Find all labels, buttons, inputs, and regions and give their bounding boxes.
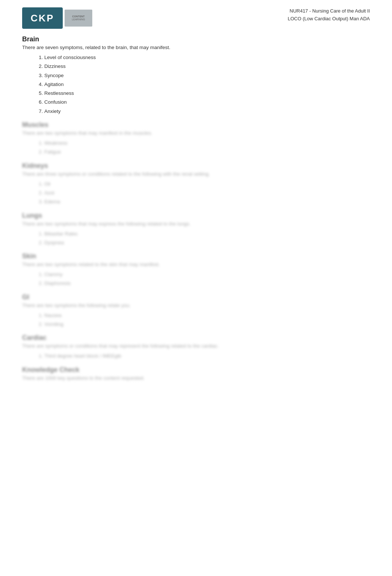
list-item: Anxiety [44, 107, 370, 116]
gi-section: GI There are two symptoms the following … [22, 293, 370, 329]
list-item: Agitation [44, 80, 370, 89]
list-item: Fatigue [44, 148, 370, 156]
knowledge-check-section: Knowledge Check There are 1000 key quest… [22, 366, 370, 381]
kidneys-section: Kidneys There are three symptoms or cond… [22, 162, 370, 207]
gi-description: There are two symptoms the following rel… [22, 303, 370, 308]
muscles-description: There are two symptoms that may manifest… [22, 130, 370, 136]
list-item: Dyspnea [44, 238, 370, 247]
kidneys-title: Kidneys [22, 162, 370, 170]
cardiac-section: Cardiac There are symptoms or conditions… [22, 334, 370, 361]
logo-area: CKP CONTENT LEARNING [22, 7, 63, 29]
list-item: Diaphoresis [44, 279, 370, 288]
list-item: Restlessness [44, 89, 370, 98]
lungs-description: There are two symptoms that may express … [22, 221, 370, 227]
list-item: Edema [44, 197, 370, 206]
lungs-title: Lungs [22, 212, 370, 220]
course-line1: NUR417 - Nursing Care of the Adult II [288, 7, 370, 15]
gi-symptoms-list: Nausea Vomiting [44, 311, 370, 329]
skin-section: Skin There are two symptoms related to t… [22, 252, 370, 288]
lungs-section: Lungs There are two symptoms that may ex… [22, 212, 370, 248]
brain-description: There are seven symptoms, related to the… [22, 45, 370, 50]
list-item: Third degree heart block / IMEEgib [44, 352, 370, 361]
brain-section: Brain There are seven symptoms, related … [22, 35, 370, 116]
page-header: CKP CONTENT LEARNING NUR417 - Nursing Ca… [22, 7, 370, 29]
muscles-section: Muscles There are two symptoms that may … [22, 121, 370, 157]
list-item: Weakness [44, 139, 370, 148]
skin-symptoms-list: Clammy Diaphoresis [44, 270, 370, 288]
knowledge-check-title: Knowledge Check [22, 366, 370, 374]
list-item: Vomiting [44, 320, 370, 329]
skin-description: There are two symptoms related to the sk… [22, 262, 370, 267]
list-item: Oli [44, 180, 370, 189]
list-item: Level of consciousness [44, 53, 370, 62]
list-item: Bibasilar Rales [44, 230, 370, 238]
cardiac-symptoms-list: Third degree heart block / IMEEgib [44, 352, 370, 361]
list-item: Azot [44, 189, 370, 197]
list-item: Clammy [44, 270, 370, 279]
muscles-title: Muscles [22, 121, 370, 129]
list-item: Nausea [44, 311, 370, 320]
list-item: Syncope [44, 71, 370, 80]
list-item: Dizziness [44, 62, 370, 71]
gi-title: GI [22, 293, 370, 301]
lungs-symptoms-list: Bibasilar Rales Dyspnea [44, 230, 370, 248]
brain-title: Brain [22, 35, 370, 43]
brain-symptoms-list: Level of consciousness Dizziness Syncope… [44, 53, 370, 116]
kidneys-symptoms-list: Oli Azot Edema [44, 180, 370, 207]
skin-title: Skin [22, 252, 370, 260]
knowledge-check-description: There are 1000 key questions to the cont… [22, 375, 370, 381]
course-line2: LOCO (Low Cardiac Output) Man ADA [288, 15, 370, 23]
cardiac-title: Cardiac [22, 334, 370, 342]
logo-text: CKP [31, 13, 54, 24]
cardiac-description: There are symptoms or conditions that ma… [22, 343, 370, 349]
muscles-symptoms-list: Weakness Fatigue [44, 139, 370, 157]
list-item: Confusion [44, 98, 370, 107]
kidneys-description: There are three symptoms or conditions r… [22, 171, 370, 177]
course-info: NUR417 - Nursing Care of the Adult II LO… [288, 7, 370, 23]
